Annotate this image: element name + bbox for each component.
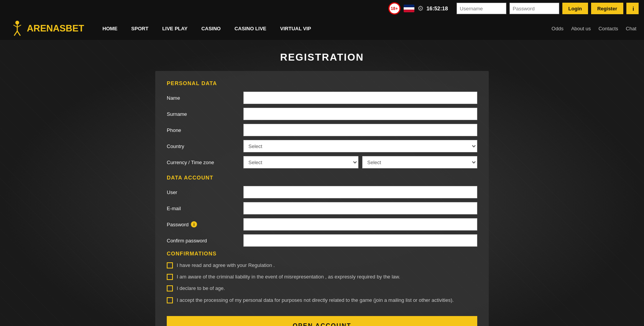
register-button[interactable]: Register <box>591 3 623 14</box>
password-info-icon[interactable]: i <box>191 221 197 227</box>
confirmations-section: CONFIRMATIONS I have read and agree with… <box>167 250 477 304</box>
email-label: E-mail <box>167 206 243 211</box>
clock-display: 16:52:18 <box>427 5 453 12</box>
svg-line-4 <box>14 31 17 36</box>
nav-contacts[interactable]: Contacts <box>598 26 618 31</box>
info-button[interactable]: i <box>626 3 639 14</box>
name-label: Name <box>167 95 243 101</box>
currency-timezone-label: Currency / Time zone <box>167 160 243 165</box>
confirm-text-4: I accept the processing of my personal d… <box>177 297 454 304</box>
country-label: Country <box>167 143 243 149</box>
logo-text-yellow: BET <box>66 23 84 33</box>
password-label: Password i <box>167 221 243 227</box>
nav-about[interactable]: About us <box>571 26 591 31</box>
nav-chat[interactable]: Chat <box>626 26 636 31</box>
nav-live-play[interactable]: LIVE PLAY <box>155 17 194 40</box>
confirm-row-1: I have read and agree with your Regulati… <box>167 262 477 269</box>
confirm-row-2: I am aware of the criminal liability in … <box>167 273 477 280</box>
logo-text: ARENASBET <box>27 23 84 34</box>
password-row: Password i <box>167 218 477 231</box>
username-input[interactable] <box>457 3 506 14</box>
surname-input[interactable] <box>243 108 477 120</box>
svg-line-5 <box>17 31 20 36</box>
user-row: User <box>167 186 477 198</box>
top-bar: 18+ ⚙ 16:52:18 Login Register i <box>0 0 644 17</box>
confirm-checkbox-3[interactable] <box>167 285 173 291</box>
confirm-text-2: I am aware of the criminal liability in … <box>177 273 400 280</box>
nav-casino[interactable]: CASINO <box>194 17 228 40</box>
phone-label: Phone <box>167 127 243 133</box>
confirm-text-1: I have read and agree with your Regulati… <box>177 262 275 269</box>
nav-sport[interactable]: SPORT <box>124 17 155 40</box>
confirm-checkbox-4[interactable] <box>167 297 173 303</box>
login-button[interactable]: Login <box>562 3 588 14</box>
personal-data-title: PERSONAL DATA <box>167 80 477 86</box>
email-input[interactable] <box>243 202 477 214</box>
page-title: REGISTRATION <box>280 51 364 63</box>
logo[interactable]: ARENASBET <box>8 19 84 38</box>
nav-bar: ARENASBET HOME SPORT LIVE PLAY CASINO CA… <box>0 17 644 40</box>
data-account-title: DATA ACCOUNT <box>167 175 477 181</box>
confirmations-title: CONFIRMATIONS <box>167 250 477 257</box>
svg-point-0 <box>15 21 19 25</box>
country-select[interactable]: Select <box>243 140 477 152</box>
name-input[interactable] <box>243 92 477 104</box>
currency-timezone-selects: Select Select <box>243 156 477 168</box>
flag-icon[interactable] <box>404 5 414 12</box>
nav-virtual-vip[interactable]: VIRTUAL VIP <box>273 17 318 40</box>
currency-timezone-row: Currency / Time zone Select Select <box>167 156 477 168</box>
password-input[interactable] <box>243 218 477 231</box>
confirm-text-3: I declare to be of age. <box>177 285 225 292</box>
main-content: REGISTRATION PERSONAL DATA Name Surname … <box>0 40 644 326</box>
nav-odds[interactable]: Odds <box>552 26 564 31</box>
surname-row: Surname <box>167 108 477 120</box>
timezone-select[interactable]: Select <box>362 156 477 168</box>
password-input[interactable] <box>509 3 559 14</box>
confirm-checkbox-1[interactable] <box>167 262 173 268</box>
phone-input[interactable] <box>243 124 477 136</box>
confirm-password-label: Confirm password <box>167 238 243 244</box>
logo-text-white: ARENAS <box>27 23 66 33</box>
confirm-row-3: I declare to be of age. <box>167 285 477 292</box>
nav-right: Odds About us Contacts Chat <box>552 26 644 31</box>
country-row: Country Select <box>167 140 477 152</box>
registration-form: PERSONAL DATA Name Surname Phone Country… <box>155 71 489 326</box>
svg-line-2 <box>13 25 17 27</box>
age-badge: 18+ <box>388 2 401 15</box>
user-label: User <box>167 189 243 195</box>
gear-icon[interactable]: ⚙ <box>417 4 424 13</box>
confirm-checkbox-2[interactable] <box>167 274 173 280</box>
nav-home[interactable]: HOME <box>95 17 124 40</box>
confirm-password-input[interactable] <box>243 234 477 247</box>
open-account-button[interactable]: OPEN ACCOUNT <box>167 316 477 326</box>
currency-select[interactable]: Select <box>243 156 358 168</box>
svg-line-3 <box>17 25 21 27</box>
confirm-row-4: I accept the processing of my personal d… <box>167 297 477 304</box>
confirm-password-row: Confirm password <box>167 234 477 247</box>
nav-links: HOME SPORT LIVE PLAY CASINO CASINO LIVE … <box>95 17 551 40</box>
email-row: E-mail <box>167 202 477 214</box>
nav-casino-live[interactable]: CASINO LIVE <box>228 17 273 40</box>
name-row: Name <box>167 92 477 104</box>
phone-row: Phone <box>167 124 477 136</box>
user-input[interactable] <box>243 186 477 198</box>
surname-label: Surname <box>167 111 243 117</box>
